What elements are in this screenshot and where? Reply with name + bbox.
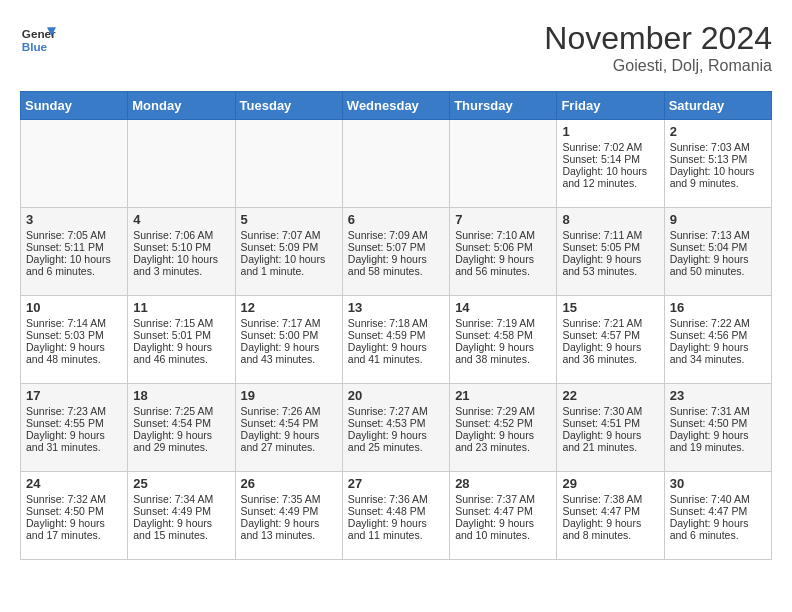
day-info: Sunrise: 7:10 AM (455, 229, 551, 241)
day-info: Daylight: 10 hours and 1 minute. (241, 253, 337, 277)
calendar-cell: 8Sunrise: 7:11 AMSunset: 5:05 PMDaylight… (557, 208, 664, 296)
day-info: Sunset: 4:48 PM (348, 505, 444, 517)
calendar-cell: 7Sunrise: 7:10 AMSunset: 5:06 PMDaylight… (450, 208, 557, 296)
day-info: Sunrise: 7:23 AM (26, 405, 122, 417)
weekday-header-thursday: Thursday (450, 92, 557, 120)
day-number: 6 (348, 212, 444, 227)
day-number: 10 (26, 300, 122, 315)
calendar-cell: 17Sunrise: 7:23 AMSunset: 4:55 PMDayligh… (21, 384, 128, 472)
day-number: 27 (348, 476, 444, 491)
day-info: Sunset: 5:07 PM (348, 241, 444, 253)
day-info: Sunrise: 7:21 AM (562, 317, 658, 329)
day-info: Sunrise: 7:27 AM (348, 405, 444, 417)
weekday-header-wednesday: Wednesday (342, 92, 449, 120)
calendar-cell: 14Sunrise: 7:19 AMSunset: 4:58 PMDayligh… (450, 296, 557, 384)
month-title: November 2024 (544, 20, 772, 57)
day-info: Sunrise: 7:40 AM (670, 493, 766, 505)
day-number: 22 (562, 388, 658, 403)
day-number: 24 (26, 476, 122, 491)
calendar-cell: 18Sunrise: 7:25 AMSunset: 4:54 PMDayligh… (128, 384, 235, 472)
day-number: 8 (562, 212, 658, 227)
day-number: 26 (241, 476, 337, 491)
page-header: General Blue November 2024 Goiesti, Dolj… (20, 20, 772, 75)
calendar-cell: 27Sunrise: 7:36 AMSunset: 4:48 PMDayligh… (342, 472, 449, 560)
day-info: Daylight: 9 hours and 29 minutes. (133, 429, 229, 453)
day-info: Daylight: 9 hours and 23 minutes. (455, 429, 551, 453)
day-number: 20 (348, 388, 444, 403)
calendar-cell: 2Sunrise: 7:03 AMSunset: 5:13 PMDaylight… (664, 120, 771, 208)
day-info: Sunrise: 7:06 AM (133, 229, 229, 241)
day-info: Sunset: 5:03 PM (26, 329, 122, 341)
day-info: Sunrise: 7:14 AM (26, 317, 122, 329)
day-info: Daylight: 10 hours and 12 minutes. (562, 165, 658, 189)
day-info: Sunset: 5:01 PM (133, 329, 229, 341)
day-info: Sunset: 5:14 PM (562, 153, 658, 165)
day-info: Sunset: 4:54 PM (133, 417, 229, 429)
logo-icon: General Blue (20, 20, 56, 56)
calendar-cell: 23Sunrise: 7:31 AMSunset: 4:50 PMDayligh… (664, 384, 771, 472)
day-info: Sunset: 4:49 PM (133, 505, 229, 517)
day-info: Sunrise: 7:15 AM (133, 317, 229, 329)
calendar-cell: 30Sunrise: 7:40 AMSunset: 4:47 PMDayligh… (664, 472, 771, 560)
calendar-cell: 3Sunrise: 7:05 AMSunset: 5:11 PMDaylight… (21, 208, 128, 296)
day-info: Daylight: 9 hours and 27 minutes. (241, 429, 337, 453)
logo: General Blue (20, 20, 56, 56)
day-number: 1 (562, 124, 658, 139)
day-info: Sunrise: 7:29 AM (455, 405, 551, 417)
day-info: Daylight: 9 hours and 41 minutes. (348, 341, 444, 365)
day-info: Sunset: 5:11 PM (26, 241, 122, 253)
calendar-week-row: 3Sunrise: 7:05 AMSunset: 5:11 PMDaylight… (21, 208, 772, 296)
day-info: Daylight: 9 hours and 11 minutes. (348, 517, 444, 541)
calendar-cell (450, 120, 557, 208)
day-number: 13 (348, 300, 444, 315)
day-info: Daylight: 9 hours and 50 minutes. (670, 253, 766, 277)
calendar-cell: 25Sunrise: 7:34 AMSunset: 4:49 PMDayligh… (128, 472, 235, 560)
day-info: Daylight: 9 hours and 43 minutes. (241, 341, 337, 365)
calendar-cell: 22Sunrise: 7:30 AMSunset: 4:51 PMDayligh… (557, 384, 664, 472)
weekday-header-friday: Friday (557, 92, 664, 120)
day-info: Sunset: 4:53 PM (348, 417, 444, 429)
title-block: November 2024 Goiesti, Dolj, Romania (544, 20, 772, 75)
calendar-cell: 21Sunrise: 7:29 AMSunset: 4:52 PMDayligh… (450, 384, 557, 472)
day-info: Sunrise: 7:26 AM (241, 405, 337, 417)
day-info: Sunset: 5:09 PM (241, 241, 337, 253)
day-number: 11 (133, 300, 229, 315)
day-number: 5 (241, 212, 337, 227)
day-info: Sunset: 4:58 PM (455, 329, 551, 341)
day-info: Sunrise: 7:32 AM (26, 493, 122, 505)
calendar-cell: 4Sunrise: 7:06 AMSunset: 5:10 PMDaylight… (128, 208, 235, 296)
calendar-cell: 24Sunrise: 7:32 AMSunset: 4:50 PMDayligh… (21, 472, 128, 560)
day-info: Sunset: 4:55 PM (26, 417, 122, 429)
day-number: 14 (455, 300, 551, 315)
day-info: Sunrise: 7:30 AM (562, 405, 658, 417)
calendar-week-row: 17Sunrise: 7:23 AMSunset: 4:55 PMDayligh… (21, 384, 772, 472)
calendar-cell: 20Sunrise: 7:27 AMSunset: 4:53 PMDayligh… (342, 384, 449, 472)
calendar-cell (235, 120, 342, 208)
day-number: 23 (670, 388, 766, 403)
calendar-week-row: 24Sunrise: 7:32 AMSunset: 4:50 PMDayligh… (21, 472, 772, 560)
calendar-cell: 1Sunrise: 7:02 AMSunset: 5:14 PMDaylight… (557, 120, 664, 208)
calendar-cell: 10Sunrise: 7:14 AMSunset: 5:03 PMDayligh… (21, 296, 128, 384)
calendar-cell: 6Sunrise: 7:09 AMSunset: 5:07 PMDaylight… (342, 208, 449, 296)
day-info: Sunset: 4:51 PM (562, 417, 658, 429)
day-info: Sunset: 4:59 PM (348, 329, 444, 341)
day-info: Daylight: 9 hours and 17 minutes. (26, 517, 122, 541)
day-info: Sunrise: 7:03 AM (670, 141, 766, 153)
day-number: 15 (562, 300, 658, 315)
day-info: Daylight: 10 hours and 9 minutes. (670, 165, 766, 189)
calendar-cell: 12Sunrise: 7:17 AMSunset: 5:00 PMDayligh… (235, 296, 342, 384)
day-info: Sunrise: 7:35 AM (241, 493, 337, 505)
day-info: Sunset: 5:05 PM (562, 241, 658, 253)
day-info: Sunrise: 7:07 AM (241, 229, 337, 241)
day-info: Sunset: 4:50 PM (26, 505, 122, 517)
day-number: 30 (670, 476, 766, 491)
day-info: Sunrise: 7:22 AM (670, 317, 766, 329)
weekday-header-saturday: Saturday (664, 92, 771, 120)
day-info: Daylight: 9 hours and 31 minutes. (26, 429, 122, 453)
day-info: Sunrise: 7:37 AM (455, 493, 551, 505)
day-info: Sunset: 5:04 PM (670, 241, 766, 253)
day-info: Sunrise: 7:18 AM (348, 317, 444, 329)
calendar-cell (342, 120, 449, 208)
day-info: Sunrise: 7:05 AM (26, 229, 122, 241)
day-info: Sunrise: 7:31 AM (670, 405, 766, 417)
